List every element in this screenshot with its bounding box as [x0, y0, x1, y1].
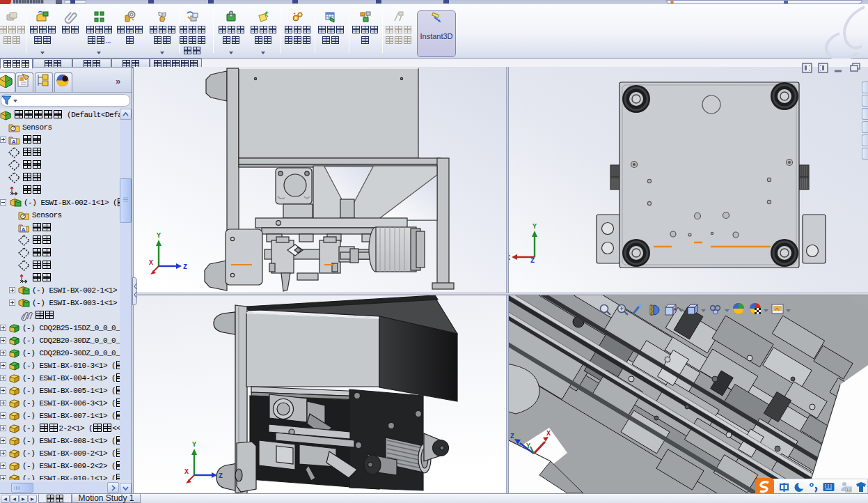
svg-text:Z: Z — [183, 263, 187, 271]
svg-text:A: A — [22, 226, 26, 233]
svg-text:Y: Y — [157, 232, 161, 240]
svg-text:Y: Y — [526, 442, 530, 450]
svg-text:Y: Y — [532, 223, 537, 231]
svg-text:Z: Z — [219, 472, 223, 480]
svg-text:X: X — [149, 259, 153, 267]
svg-text:Z: Z — [530, 257, 535, 265]
svg-text:10: 10 — [846, 488, 851, 492]
svg-text:X: X — [546, 430, 551, 438]
svg-text:A: A — [12, 139, 16, 145]
svg-text:Y: Y — [192, 441, 196, 449]
svg-text:Z: Z — [510, 433, 514, 440]
svg-text:X: X — [184, 468, 189, 476]
